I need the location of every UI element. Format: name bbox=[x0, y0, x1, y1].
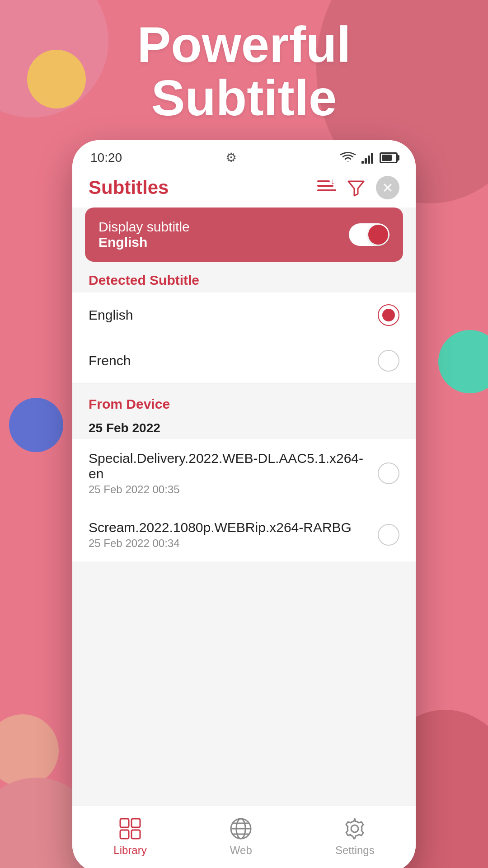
filter-icon[interactable] bbox=[347, 179, 365, 197]
library-icon bbox=[118, 817, 142, 840]
hero-section: Powerful Subtitle bbox=[0, 18, 488, 124]
hero-title: Powerful Subtitle bbox=[0, 18, 488, 124]
from-device-section-header: From Device bbox=[72, 384, 416, 414]
svg-rect-0 bbox=[361, 161, 364, 164]
radio-button-french[interactable] bbox=[378, 350, 399, 372]
from-device-date: 25 Feb 2022 bbox=[72, 414, 416, 439]
header-actions: ↓ bbox=[316, 176, 399, 199]
content-area: Display subtitle English Detected Subtit… bbox=[72, 208, 416, 806]
nav-label-library: Library bbox=[113, 844, 146, 857]
svg-rect-4 bbox=[317, 180, 330, 182]
svg-rect-13 bbox=[131, 830, 140, 839]
wifi-icon bbox=[340, 152, 356, 164]
gear-icon: ⚙ bbox=[225, 150, 237, 165]
list-item[interactable]: Special.Delivery.2022.WEB-DL.AAC5.1.x264… bbox=[72, 439, 416, 508]
app-header: Subtitles ↓ bbox=[72, 170, 416, 208]
device-subtitle-date-2: 25 Feb 2022 00:34 bbox=[89, 537, 378, 550]
list-item[interactable]: Scream.2022.1080p.WEBRip.x264-RARBG 25 F… bbox=[72, 508, 416, 561]
list-item[interactable]: French bbox=[72, 338, 416, 384]
status-icons bbox=[340, 152, 398, 164]
svg-text:↓: ↓ bbox=[331, 179, 335, 186]
detected-subtitle-title: Detected Subtitle bbox=[89, 273, 199, 288]
device-subtitle-name-1: Special.Delivery.2022.WEB-DL.AAC5.1.x264… bbox=[89, 451, 378, 481]
svg-rect-1 bbox=[365, 158, 367, 164]
display-subtitle-card[interactable]: Display subtitle English bbox=[85, 208, 403, 262]
device-items-container: Special.Delivery.2022.WEB-DL.AAC5.1.x264… bbox=[72, 439, 416, 561]
nav-item-web[interactable]: Web bbox=[229, 817, 253, 857]
svg-rect-3 bbox=[371, 153, 373, 164]
svg-rect-6 bbox=[317, 189, 336, 191]
radio-button-english[interactable] bbox=[378, 304, 399, 326]
radio-button-device-1[interactable] bbox=[378, 462, 399, 484]
display-subtitle-language: English bbox=[99, 235, 190, 250]
bg-circle-peach bbox=[0, 714, 59, 787]
status-time: 10:20 bbox=[90, 151, 122, 165]
svg-point-19 bbox=[351, 825, 358, 832]
svg-rect-2 bbox=[368, 156, 370, 164]
sort-icon[interactable]: ↓ bbox=[316, 179, 336, 197]
svg-rect-12 bbox=[120, 830, 129, 839]
battery-icon bbox=[380, 152, 398, 163]
bottom-nav: Library Web Settings bbox=[72, 806, 416, 868]
nav-item-library[interactable]: Library bbox=[113, 817, 146, 857]
settings-icon bbox=[343, 817, 366, 840]
svg-rect-11 bbox=[131, 819, 140, 827]
bg-circle-blue bbox=[9, 398, 63, 452]
signal-icon bbox=[361, 152, 374, 164]
nav-label-settings: Settings bbox=[335, 844, 375, 857]
device-subtitle-date-1: 25 Feb 2022 00:35 bbox=[89, 483, 378, 496]
app-title: Subtitles bbox=[89, 177, 169, 198]
subtitle-language-french: French bbox=[89, 353, 378, 368]
close-button[interactable] bbox=[376, 176, 399, 199]
display-subtitle-toggle[interactable] bbox=[349, 223, 389, 246]
display-subtitle-label: Display subtitle bbox=[99, 219, 190, 235]
web-icon bbox=[229, 817, 253, 840]
nav-item-settings[interactable]: Settings bbox=[335, 817, 375, 857]
radio-button-device-2[interactable] bbox=[378, 524, 399, 546]
toggle-knob bbox=[368, 225, 388, 245]
subtitle-toggle-text: Display subtitle English bbox=[99, 219, 190, 250]
empty-space bbox=[72, 561, 416, 797]
from-device-title: From Device bbox=[89, 396, 170, 411]
detected-subtitle-section-header: Detected Subtitle bbox=[72, 262, 416, 292]
status-bar: 10:20 ⚙ bbox=[72, 140, 416, 170]
bg-circle-teal bbox=[438, 330, 488, 393]
radio-inner-english bbox=[382, 309, 395, 321]
list-item[interactable]: English bbox=[72, 292, 416, 338]
device-subtitle-name-2: Scream.2022.1080p.WEBRip.x264-RARBG bbox=[89, 520, 378, 535]
subtitle-language-english: English bbox=[89, 307, 378, 323]
phone-container: 10:20 ⚙ Subtitles bbox=[72, 140, 416, 868]
svg-rect-10 bbox=[120, 819, 129, 827]
nav-label-web: Web bbox=[230, 844, 252, 857]
